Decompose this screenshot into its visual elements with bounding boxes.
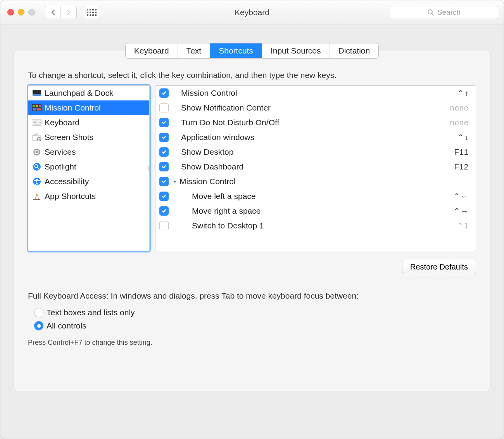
shortcut-row[interactable]: Move left a space⌃← [155, 189, 476, 204]
sidebar-item-launchpad-dock[interactable]: Launchpad & Dock [28, 86, 149, 100]
full-keyboard-access-options: Text boxes and lists onlyAll controls [34, 306, 476, 332]
sidebar-item-label: Screen Shots [45, 133, 93, 142]
sidebar-item-app-shortcuts[interactable]: App Shortcuts [28, 189, 149, 204]
shortcut-row[interactable]: Mission Control⌃↑ [155, 86, 476, 100]
shortcut-row[interactable]: Show DashboardF12 [155, 159, 476, 174]
shortcut-row[interactable]: Switch to Desktop 1⌃1 [155, 218, 476, 233]
shortcut-label: Move right a space [192, 206, 450, 216]
radio-button[interactable] [34, 321, 43, 330]
tab-text[interactable]: Text [178, 43, 210, 58]
close-window-button[interactable] [7, 9, 14, 16]
svg-rect-38 [33, 199, 40, 200]
sidebar-item-label: Accessibility [45, 177, 89, 186]
svg-rect-7 [39, 105, 41, 107]
shortcut-row[interactable]: Show DesktopF11 [155, 145, 476, 159]
shortcut-checkbox[interactable] [159, 147, 169, 157]
shortcut-row[interactable]: Mission Control [155, 174, 476, 189]
full-keyboard-access-title: Full Keyboard Access: In windows and dia… [28, 291, 476, 301]
shortcut-key[interactable]: ⌃↑ [457, 88, 469, 98]
search-field[interactable]: Search [390, 6, 498, 19]
shortcut-key[interactable]: ⌃↓ [457, 133, 469, 142]
shortcut-checkbox[interactable] [159, 192, 169, 201]
svg-rect-9 [37, 108, 41, 111]
shortcut-key[interactable]: ⌃→ [454, 206, 469, 216]
spotlight-icon [31, 162, 42, 171]
shortcut-key[interactable]: ⌃← [454, 192, 469, 201]
tab-input-sources[interactable]: Input Sources [262, 43, 330, 58]
shortcut-list[interactable]: Mission Control⌃↑Show Notification Cente… [155, 85, 476, 251]
radio-label: Text boxes and lists only [47, 308, 135, 317]
tab-keyboard[interactable]: Keyboard [126, 43, 178, 58]
chevron-left-icon [51, 9, 55, 16]
preferences-window: Keyboard Search KeyboardTextShortcutsInp… [0, 0, 504, 439]
svg-rect-5 [33, 105, 35, 107]
sidebar-item-mission-control[interactable]: Mission Control [28, 100, 149, 115]
shortcut-checkbox[interactable] [159, 133, 169, 142]
shortcut-checkbox[interactable] [159, 177, 169, 186]
shortcut-checkbox[interactable] [159, 88, 169, 98]
tab-dictation[interactable]: Dictation [330, 43, 379, 58]
tab-shortcuts[interactable]: Shortcuts [210, 43, 262, 58]
shortcut-key[interactable]: F11 [454, 148, 469, 157]
keyboard-icon [31, 118, 42, 127]
back-button[interactable] [45, 6, 61, 19]
show-all-button[interactable] [83, 6, 100, 19]
svg-rect-17 [40, 121, 41, 121]
svg-rect-23 [39, 122, 40, 123]
split-grip[interactable] [148, 166, 150, 171]
radio-button[interactable] [34, 308, 43, 317]
search-placeholder: Search [437, 8, 461, 17]
svg-rect-22 [38, 122, 38, 123]
svg-rect-16 [39, 121, 40, 121]
sidebar-item-label: Spotlight [45, 162, 76, 171]
shortcut-label: Move left a space [192, 192, 450, 201]
sidebar-item-services[interactable]: Services [28, 145, 149, 159]
shortcut-checkbox[interactable] [159, 206, 169, 216]
svg-rect-13 [35, 121, 36, 121]
sidebar-item-keyboard[interactable]: Keyboard [28, 115, 149, 130]
forward-button[interactable] [61, 6, 76, 19]
search-icon [427, 9, 434, 16]
shortcuts-panel: To change a shortcut, select it, click t… [14, 51, 490, 391]
shortcut-checkbox[interactable] [159, 221, 169, 230]
category-sidebar[interactable]: Launchpad & DockMission ControlKeyboardS… [28, 85, 150, 251]
nav-segment [45, 6, 77, 19]
restore-defaults-button[interactable]: Restore Defaults [402, 260, 476, 274]
grid-icon [87, 9, 97, 16]
shortcut-group-label: Mission Control [173, 177, 465, 186]
fka-option[interactable]: Text boxes and lists only [34, 306, 476, 319]
shortcut-row[interactable]: Application windows⌃↓ [155, 130, 476, 145]
shortcut-row[interactable]: Move right a space⌃→ [155, 204, 476, 218]
shortcut-key[interactable]: none [450, 118, 469, 127]
zoom-window-button[interactable] [28, 9, 35, 16]
fka-option[interactable]: All controls [34, 319, 476, 332]
shortcut-checkbox[interactable] [159, 118, 169, 127]
svg-rect-12 [34, 121, 35, 121]
sidebar-item-accessibility[interactable]: Accessibility [28, 174, 149, 189]
full-keyboard-access-hint: Press Control+F7 to change this setting. [28, 339, 476, 347]
chevron-right-icon [66, 9, 71, 16]
shortcut-row[interactable]: Show Notification Centernone [155, 100, 476, 115]
split-view: Launchpad & DockMission ControlKeyboardS… [28, 85, 476, 251]
svg-line-1 [432, 14, 433, 15]
sidebar-item-spotlight[interactable]: Spotlight [28, 159, 149, 174]
shortcut-row[interactable]: Turn Do Not Disturb On/Offnone [155, 115, 476, 130]
window-controls [7, 9, 35, 16]
shortcut-checkbox[interactable] [159, 162, 169, 171]
minimize-window-button[interactable] [18, 9, 24, 16]
instruction-text: To change a shortcut, select it, click t… [28, 71, 476, 80]
sidebar-item-screen-shots[interactable]: Screen Shots [28, 130, 149, 145]
shortcut-checkbox[interactable] [159, 103, 169, 112]
sidebar-item-label: Services [45, 147, 76, 157]
shortcut-key[interactable]: ⌃1 [457, 221, 469, 230]
shortcut-key[interactable]: none [450, 104, 469, 112]
svg-rect-3 [33, 94, 41, 96]
disclosure-triangle-icon[interactable] [173, 177, 177, 186]
sidebar-item-label: Keyboard [45, 118, 79, 127]
svg-point-33 [33, 163, 41, 171]
svg-point-32 [36, 151, 38, 153]
accessibility-icon [31, 177, 42, 186]
shortcut-key[interactable]: F12 [454, 162, 469, 171]
shortcut-label: Show Dashboard [181, 162, 450, 171]
screenshot-icon [31, 133, 42, 142]
